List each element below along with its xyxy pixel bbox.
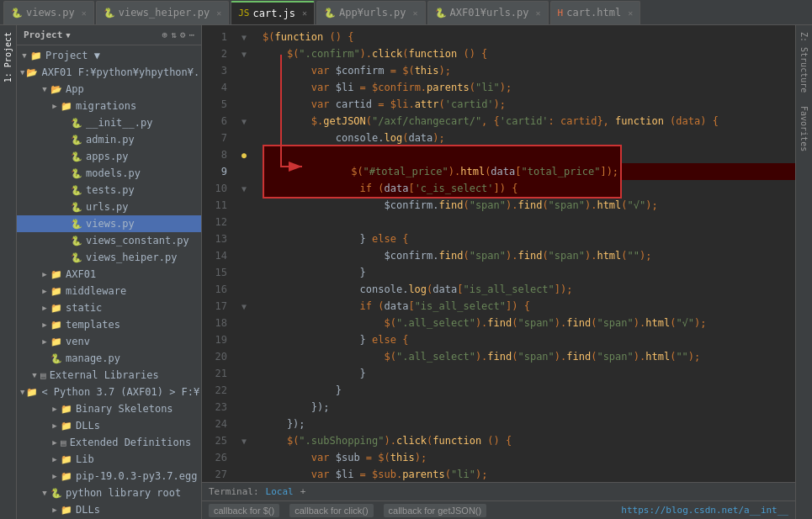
ln-26: 26 bbox=[202, 449, 227, 466]
tree-item-templates[interactable]: ▶ 📁 templates bbox=[17, 316, 201, 333]
tree-item-app[interactable]: ▼ 📂 App bbox=[17, 81, 201, 98]
gutter-24 bbox=[232, 416, 256, 432]
ln-7: 7 bbox=[202, 130, 227, 146]
tree-item-middleware[interactable]: ▶ 📁 middleware bbox=[17, 283, 201, 299]
tab-close-views-py[interactable]: ✕ bbox=[82, 8, 87, 18]
tree-item-urls[interactable]: 🐍 urls.py bbox=[17, 199, 201, 215]
tab-cart-js[interactable]: JS cart.js ✕ bbox=[231, 1, 315, 24]
tree-item-dlls2[interactable]: ▶ 📁 DLLs bbox=[17, 501, 201, 518]
project-panel-tab[interactable]: 1: Project bbox=[2, 25, 14, 89]
tree-item-python37[interactable]: ▼ 📁 < Python 3.7 (AXF01) > F:¥... bbox=[17, 384, 201, 400]
tab-cart-html[interactable]: H cart.html ✕ bbox=[550, 1, 641, 24]
tree-item-lib[interactable]: ▶ 📁 Lib bbox=[17, 451, 201, 468]
tab-axf01-urls-py[interactable]: 🐍 AXF01¥urls.py ✕ bbox=[427, 1, 549, 24]
dropdown-icon[interactable]: ▼ bbox=[66, 31, 70, 40]
tree-item-pip-egg[interactable]: ▶ 📁 pip-19.0.3-py3.7.egg bbox=[17, 468, 201, 485]
gutter-3 bbox=[232, 62, 256, 79]
tab-label: AXF01¥urls.py bbox=[450, 7, 529, 19]
fold-indicator-2[interactable]: ▼ bbox=[241, 50, 247, 59]
fold-indicator-10[interactable]: ▼ bbox=[241, 184, 247, 193]
ln-22: 22 bbox=[202, 382, 227, 399]
tree-item-manage[interactable]: 🐍 manage.py bbox=[17, 350, 201, 367]
code-line-27: var $li = $sub.parents("li"); bbox=[263, 466, 795, 482]
tree-label-models: models.py bbox=[86, 167, 141, 179]
py-icon4: 🐍 bbox=[435, 8, 447, 19]
gear-icon[interactable]: ⚙ bbox=[180, 29, 186, 40]
code-line-26: var $sub = $(this); bbox=[263, 449, 795, 466]
tree-item-migrations[interactable]: ▶ 📁 migrations bbox=[17, 98, 201, 114]
tree-item-axf01-root[interactable]: ▼ 📂 AXF01 F:¥python¥yhpython¥... bbox=[17, 64, 201, 81]
ln-2: 2 bbox=[202, 45, 227, 62]
status-bar: callback for $() callback for click() ca… bbox=[202, 500, 795, 519]
tree-item-venv[interactable]: ▶ 📁 venv bbox=[17, 333, 201, 350]
code-line-18: $(".all_select").find("span").find("span… bbox=[263, 315, 795, 331]
ln-6: 6 bbox=[202, 113, 227, 130]
tab-label: cart.html bbox=[566, 7, 621, 19]
globe-icon[interactable]: ⊕ bbox=[162, 29, 168, 40]
arrows-icon[interactable]: ⇅ bbox=[171, 29, 177, 40]
structure-tab[interactable]: Z: Structure bbox=[798, 25, 810, 99]
callback-click-btn[interactable]: callback for click() bbox=[289, 504, 373, 517]
gutter-18 bbox=[232, 315, 256, 331]
code-line-21: } bbox=[263, 365, 795, 382]
ln-24: 24 bbox=[202, 416, 227, 432]
tab-views-py[interactable]: 🐍 views.py ✕ bbox=[3, 1, 94, 24]
ln-12: 12 bbox=[202, 214, 227, 230]
favorites-tab[interactable]: Favorites bbox=[798, 99, 810, 158]
panel-title: Project ▼ bbox=[24, 29, 71, 40]
gutter-2: ▼ bbox=[232, 45, 256, 62]
gutter-10: ▼ bbox=[232, 180, 256, 197]
tree-label-apps: apps.py bbox=[86, 151, 129, 162]
terminal-bar: Terminal: Local + bbox=[202, 482, 795, 500]
code-gutter: ▼ ▼ ▼ bbox=[232, 25, 256, 482]
tree-item-ext-libs[interactable]: ▼ ▤ External Libraries bbox=[17, 367, 201, 384]
tree-item-project-root[interactable]: ▼ 📁 Project ▼ bbox=[17, 47, 201, 64]
tree-item-axf01[interactable]: ▶ 📁 AXF01 bbox=[17, 266, 201, 283]
terminal-add[interactable]: + bbox=[300, 486, 306, 497]
tab-close-cart-js[interactable]: ✕ bbox=[302, 8, 307, 18]
tab-close-views-heiper[interactable]: ✕ bbox=[216, 8, 221, 18]
tree-item-tests[interactable]: 🐍 tests.py bbox=[17, 182, 201, 199]
fold-indicator-6[interactable]: ▼ bbox=[241, 117, 247, 126]
callback-dollar-btn[interactable]: callback for $() bbox=[209, 504, 279, 517]
ln-20: 20 bbox=[202, 348, 227, 365]
tree-item-dlls1[interactable]: ▶ 📁 DLLs bbox=[17, 417, 201, 434]
fold-indicator-1[interactable]: ▼ bbox=[241, 33, 247, 42]
js-icon: JS bbox=[238, 8, 249, 19]
ln-9: 9 bbox=[202, 163, 227, 180]
tree-item-binary-skel[interactable]: ▶ 📁 Binary Skeletons bbox=[17, 400, 201, 417]
gutter-20 bbox=[232, 348, 256, 365]
tree-item-views-heiper[interactable]: 🐍 views_heiper.py bbox=[17, 249, 201, 266]
tree-item-python-lib-root[interactable]: ▼ 🐍 python library root bbox=[17, 485, 201, 501]
tree-item-admin[interactable]: 🐍 admin.py bbox=[17, 131, 201, 148]
code-line-9: $("#total_price").html(data["total_price… bbox=[263, 163, 795, 180]
fold-indicator-17[interactable]: ▼ bbox=[241, 302, 247, 311]
tab-app-urls-py[interactable]: 🐍 App¥urls.py ✕ bbox=[316, 1, 426, 24]
fold-indicator-25[interactable]: ▼ bbox=[241, 437, 247, 446]
tree-label-axf01-folder: AXF01 bbox=[66, 268, 96, 280]
gutter-12 bbox=[232, 214, 256, 230]
tree-item-ext-defs[interactable]: ▶ ▤ Extended Definitions bbox=[17, 434, 201, 451]
editor-area: 1 2 3 4 5 6 7 8 9 10 11 12 13 14 15 16 1… bbox=[202, 25, 795, 519]
tree-item-init[interactable]: 🐍 __init__.py bbox=[17, 114, 201, 131]
tab-close-axf01-urls[interactable]: ✕ bbox=[536, 8, 541, 18]
tree-label-templates: templates bbox=[66, 319, 120, 331]
callback-getjson-btn[interactable]: callback for getJSON() bbox=[384, 504, 487, 517]
tree-label-views: views.py bbox=[86, 218, 135, 230]
tab-views-heiper-py[interactable]: 🐍 views_heiper.py ✕ bbox=[96, 1, 229, 24]
gutter-22 bbox=[232, 382, 256, 399]
gutter-21 bbox=[232, 365, 256, 382]
tree-item-models[interactable]: 🐍 models.py bbox=[17, 165, 201, 182]
tree-item-static[interactable]: ▶ 📁 static bbox=[17, 299, 201, 316]
tree-item-apps[interactable]: 🐍 apps.py bbox=[17, 148, 201, 165]
ellipsis-icon[interactable]: ⋯ bbox=[188, 29, 194, 40]
structure-tab-label: Z: Structure bbox=[799, 32, 809, 93]
tab-close-app-urls[interactable]: ✕ bbox=[413, 8, 418, 18]
terminal-type[interactable]: Local bbox=[266, 486, 294, 497]
tab-close-cart-html[interactable]: ✕ bbox=[628, 8, 633, 18]
tree-label-axf01: AXF01 F:¥python¥yhpython¥... bbox=[41, 66, 201, 78]
tree-item-views[interactable]: 🐍 views.py bbox=[17, 215, 201, 232]
tree-item-views-const[interactable]: 🐍 views_constant.py bbox=[17, 232, 201, 249]
code-editor[interactable]: $(function () { $(".confirm").click(func… bbox=[256, 25, 795, 482]
ln-27: 27 bbox=[202, 466, 227, 482]
